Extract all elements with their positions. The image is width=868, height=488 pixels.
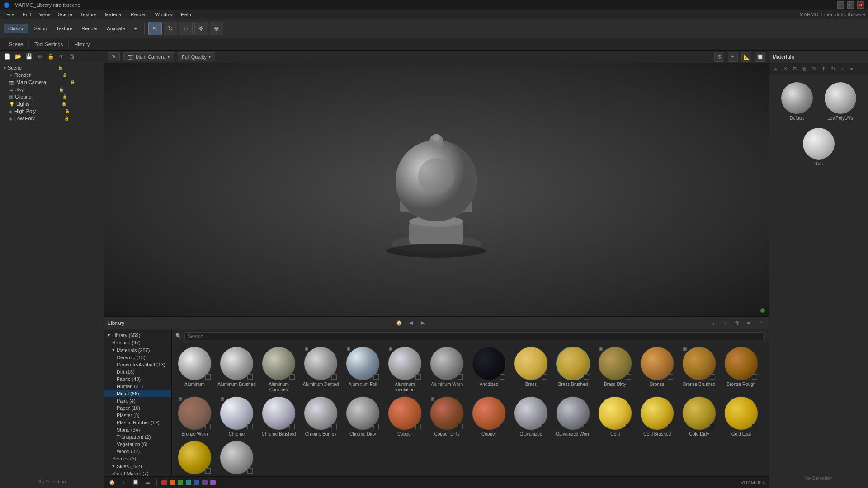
tab-classic[interactable]: Classic [4,24,28,33]
lib-tree-vegetation[interactable]: Vegetation (6) [104,441,171,448]
mat-check-iron[interactable] [247,468,253,474]
mat-aluminum-insulation[interactable]: ✦ Aluminum Insulation [386,347,424,393]
mat-check-bronze-worn[interactable] [205,424,211,429]
tab-setup[interactable]: Setup [30,25,51,32]
mat-check-chrome-dirty[interactable] [373,424,379,429]
viewport-icon-4[interactable]: 🔲 [755,52,765,62]
mat-brass-dirty[interactable]: ✦ Brass Dirty [596,347,634,393]
tab-add[interactable]: + [131,25,141,32]
mat-check-gold-brushed[interactable] [668,424,673,429]
viewport-icon-2[interactable]: + [728,52,738,62]
tree-item-ground[interactable]: ▦ Ground 🔒 › [2,93,102,100]
close-button[interactable]: ✕ [857,1,864,9]
menu-material[interactable]: Material [101,11,126,18]
menu-render[interactable]: Render [127,11,151,18]
mat-check-al-worn[interactable] [458,374,463,380]
tab-render[interactable]: Render [78,25,101,32]
bb-btn4[interactable]: ☁ [143,478,152,487]
mat-check-al-brushed[interactable] [247,374,253,380]
lib-options-btn[interactable]: ≡ [744,319,753,328]
mat-bronze-brushed[interactable]: ✦ Bronze Brushed [680,347,718,393]
lib-tree-brushes[interactable]: Brushes (47) [104,339,171,346]
menu-scene[interactable]: Scene [54,11,75,18]
lib-forward-btn[interactable]: ▶ [418,319,427,328]
mat-hdr-delete[interactable]: 🗑 [800,65,808,73]
mat-check-anodized[interactable] [500,374,505,380]
mat-check-al-dented[interactable] [331,374,337,380]
tab-texture[interactable]: Texture [52,25,76,32]
menu-file[interactable]: File [3,11,18,18]
bb-btn3[interactable]: 🔲 [131,478,140,487]
mat-copper-2[interactable]: Copper [470,396,508,437]
lib-tree-dirt[interactable]: Dirt (16) [104,368,171,375]
lib-tree-paper[interactable]: Paper (10) [104,404,171,412]
mat-check-brass[interactable] [542,374,547,380]
nav-history[interactable]: History [69,40,95,49]
lib-up-btn[interactable]: ↑ [430,319,439,328]
viewport[interactable] [104,63,769,316]
mat-check-copper-dirty[interactable] [458,424,463,429]
mat-hdr-add[interactable]: + [772,65,780,73]
panel-btn6[interactable]: 👁 [57,52,66,61]
lib-delete-btn[interactable]: 🗑 [732,319,741,328]
mat-check-chrome-bumpy[interactable] [331,424,337,429]
lib-tree-smartmasks[interactable]: Smart Masks (7) [104,470,171,476]
mat-chrome-bumpy[interactable]: Chrome Bumpy [302,396,340,437]
mat-check-bronze-rough[interactable] [752,374,757,380]
mat-bronze[interactable]: Bronze [638,347,676,393]
mat-check-al-insulation[interactable] [415,374,421,380]
tool-move[interactable]: ✥ [194,22,208,35]
mat-brass-brushed[interactable]: Brass Brushed [554,347,592,393]
quality-dropdown[interactable]: Full Quality ▾ [178,52,215,61]
maximize-button[interactable]: □ [847,1,854,9]
menu-help[interactable]: Help [177,11,195,18]
mat-chrome-brushed[interactable]: Chrome Brushed [259,396,298,437]
search-input[interactable] [184,332,765,340]
right-mat-uvs[interactable]: UVs [801,128,837,166]
lib-tree-metal[interactable]: Metal (66) [104,390,171,397]
lib-tree-wood[interactable]: Wood (32) [104,448,171,455]
mat-aluminum-foil[interactable]: ✦ Aluminum Foil [344,347,382,393]
mat-chrome[interactable]: ✦ Chrome [217,396,256,437]
right-mat-default[interactable]: Default [779,82,815,121]
mat-aluminum-dented[interactable]: ✦ Aluminum Dented [302,347,340,393]
mat-iron[interactable]: Iron [217,441,256,476]
mat-check-aluminum[interactable] [205,374,211,380]
menu-window[interactable]: Window [151,11,176,18]
mat-aluminum-brushed[interactable]: Aluminum Brushed [217,347,256,393]
tab-animate[interactable]: Animate [103,25,128,32]
mat-check-bronze-brushed[interactable] [710,374,715,380]
lib-tree-concrete[interactable]: Concrete-Asphalt (13) [104,361,171,368]
mat-check-gold-dirty[interactable] [710,424,715,429]
mat-hdr-export[interactable]: ↑ [838,65,846,73]
lib-tree-library[interactable]: ▾ Library (659) [104,331,171,339]
mat-check-gold-leaf-2[interactable] [205,468,211,474]
panel-btn7[interactable]: 🗑 [68,52,77,61]
mat-aluminum[interactable]: Aluminum [175,347,214,393]
lib-tree-scenes[interactable]: Scenes (3) [104,455,171,462]
mat-gold[interactable]: Gold [596,396,634,437]
mat-check-gold-leaf[interactable] [752,424,757,429]
mat-check-copper-2[interactable] [500,424,505,429]
new-scene-btn[interactable]: 📄 [3,52,12,61]
lib-tree-ceramic[interactable]: Ceramic (13) [104,354,171,361]
tree-item-highpoly[interactable]: ◈ High Poly 🔒 › [2,108,102,115]
mat-check-al-corroded[interactable] [289,374,295,380]
mat-aluminum-worn[interactable]: Aluminum Worn [428,347,466,393]
nav-scene[interactable]: Scene [4,40,29,49]
mat-gold-dirty[interactable]: Gold Dirty [680,396,718,437]
lib-upload-btn[interactable]: ↑ [721,319,730,328]
save-btn[interactable]: 💾 [24,52,33,61]
mat-check-copper[interactable] [415,424,421,429]
tool-select[interactable]: ↖ [148,22,162,35]
lib-download-btn[interactable]: ↓ [709,319,718,328]
lib-expand-btn[interactable]: ⤢ [756,319,765,328]
mat-hdr-settings[interactable]: ⚙ [791,65,799,73]
mat-copper[interactable]: Copper [386,396,424,437]
mat-check-gold[interactable] [626,424,631,429]
mat-hdr-close[interactable]: ✕ [781,65,789,73]
mat-hdr-grid[interactable]: ≡ [848,65,856,73]
tree-item-sky[interactable]: ☁ Sky 🔒 › [2,86,102,93]
lib-tree-stone[interactable]: Stone (34) [104,426,171,433]
tree-item-lowpoly[interactable]: ◈ Low Poly 🔒 › [2,115,102,122]
